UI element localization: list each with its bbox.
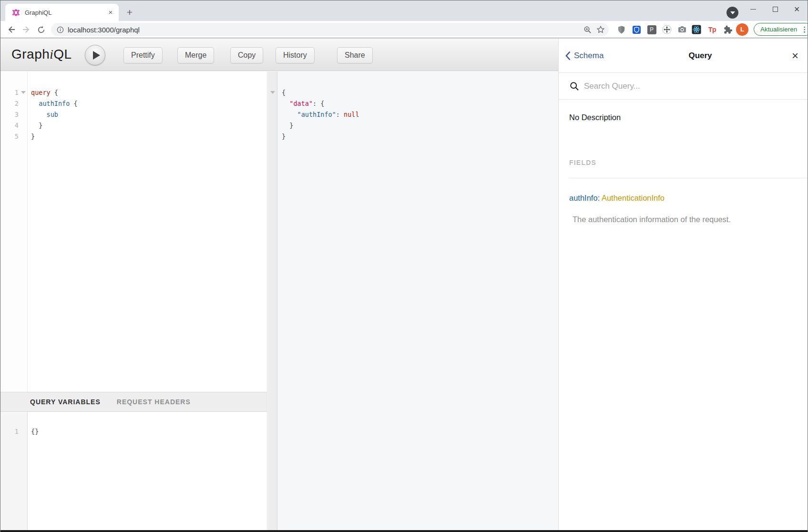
extensions-puzzle-icon[interactable] (721, 21, 734, 38)
execute-query-button[interactable] (85, 45, 105, 65)
line-number: 2 (0, 98, 19, 109)
graphiql-logo: GraphiQL (11, 47, 72, 62)
merge-button[interactable]: Merge (177, 47, 214, 63)
window-minimize-button[interactable] (742, 0, 764, 18)
back-button[interactable] (4, 21, 19, 38)
colon: : (598, 194, 600, 202)
forward-button[interactable] (19, 21, 33, 38)
reload-icon (37, 25, 46, 34)
field-name-link[interactable]: authInfo (569, 194, 598, 202)
back-arrow-icon (7, 25, 16, 34)
variables-editor-gutter: 1 (0, 412, 28, 531)
code-token: authInfo (39, 100, 70, 107)
chevron-left-icon (565, 51, 571, 61)
code-token: "data" (289, 100, 313, 107)
code-line: "data": { (282, 98, 558, 109)
docs-no-description: No Description (569, 113, 621, 122)
code-line: sub (31, 109, 267, 120)
page-info-icon[interactable] (57, 26, 64, 33)
code-line: query { (31, 87, 267, 98)
query-pane: 12345 query { authInfo { sub }} QUERY VA… (0, 72, 267, 531)
tab-request-headers[interactable]: REQUEST HEADERS (117, 398, 191, 406)
minimize-icon (750, 9, 756, 10)
extension-react-devtools-icon[interactable] (690, 21, 703, 38)
code-token: } (31, 133, 35, 140)
query-editor[interactable]: 12345 query { authInfo { sub }} (0, 72, 267, 392)
new-tab-button[interactable]: + (123, 6, 136, 19)
extension-move-icon[interactable] (660, 21, 674, 38)
code-token: } (282, 133, 286, 140)
graphiql-topbar: GraphiQL Prettify Merge Copy History Sha… (0, 39, 558, 71)
code-token: : { (313, 100, 324, 107)
line-number: 4 (0, 120, 19, 131)
variables-editor[interactable]: 1 {} (0, 412, 267, 531)
play-icon (93, 51, 100, 60)
graphiql-app: GraphiQL Prettify Merge Copy History Sha… (0, 39, 808, 531)
code-token (31, 100, 39, 107)
docs-back-link[interactable]: Schema (565, 51, 618, 61)
bookmark-star-icon[interactable] (596, 25, 605, 34)
code-line: { (282, 87, 558, 98)
docs-title: Query (618, 51, 783, 61)
taskbar-edge (0, 530, 808, 532)
profile-avatar[interactable]: L (736, 23, 748, 36)
result-pane: { "data": { "authInfo": null }} (268, 72, 558, 531)
forward-arrow-icon (21, 25, 31, 34)
docs-header: Schema Query × (559, 39, 808, 73)
code-token: "authInfo" (297, 111, 336, 118)
line-number: 5 (0, 131, 19, 142)
graphql-favicon-icon (12, 9, 20, 17)
extension-ublock-icon[interactable] (614, 21, 628, 38)
code-line: } (31, 131, 267, 142)
window-close-button[interactable]: × (786, 0, 808, 18)
caret-down-icon (730, 11, 735, 14)
variables-editor-code[interactable]: {} (28, 412, 267, 531)
docs-field-description: The authentication information of the re… (573, 215, 731, 224)
line-number: 3 (0, 109, 19, 120)
window-maximize-button[interactable] (765, 0, 786, 18)
tab-close-icon[interactable]: × (106, 8, 115, 17)
share-button[interactable]: Share (337, 47, 373, 63)
code-line: {} (31, 426, 267, 437)
docs-search-input[interactable] (584, 82, 765, 91)
copy-button[interactable]: Copy (230, 47, 263, 63)
url-text: localhost:3000/graphql (68, 26, 140, 34)
history-button[interactable]: History (276, 47, 315, 63)
extension-p-icon[interactable]: P (645, 21, 658, 38)
download-status-icon[interactable] (726, 7, 738, 19)
docs-field-entry: authInfo: AuthenticationInfo (569, 194, 665, 203)
zoom-page-icon[interactable] (583, 26, 592, 34)
extension-bitwarden-icon[interactable] (630, 21, 643, 38)
reload-button[interactable] (34, 21, 48, 38)
docs-back-label: Schema (574, 51, 603, 61)
type-name-link[interactable]: AuthenticationInfo (602, 194, 665, 202)
docs-category-title: FIELDS (569, 159, 596, 166)
code-line: "authInfo": null (282, 109, 558, 120)
search-icon (570, 82, 579, 91)
line-number: 1 (0, 426, 19, 437)
code-token (31, 111, 47, 118)
query-editor-code[interactable]: query { authInfo { sub }} (28, 72, 267, 392)
extension-tp-icon[interactable]: Tp (706, 21, 719, 38)
maximize-icon (773, 7, 778, 12)
extension-camera-icon[interactable] (675, 21, 689, 38)
update-browser-button[interactable]: Aktualisieren ⋮ (754, 23, 808, 36)
fold-caret-icon[interactable] (270, 91, 275, 94)
docs-close-button[interactable]: × (783, 49, 808, 62)
browser-toolbar: localhost:3000/graphql (0, 21, 808, 38)
address-bar[interactable]: localhost:3000/graphql (51, 23, 609, 36)
query-editor-gutter: 12345 (0, 72, 28, 392)
code-token: { (282, 89, 286, 96)
code-token: sub (47, 111, 58, 118)
code-token: } (31, 122, 42, 129)
code-line: } (282, 131, 558, 142)
fold-caret-icon[interactable] (21, 91, 26, 94)
prettify-button[interactable]: Prettify (123, 47, 163, 63)
docs-search-bar (559, 73, 808, 100)
code-token: query (31, 89, 51, 96)
tab-query-variables[interactable]: QUERY VARIABLES (30, 398, 101, 406)
browser-tab[interactable]: GraphiQL × (5, 4, 119, 21)
close-icon: × (794, 4, 800, 14)
kebab-menu-icon[interactable]: ⋮ (801, 26, 808, 33)
code-token: { (51, 89, 58, 96)
